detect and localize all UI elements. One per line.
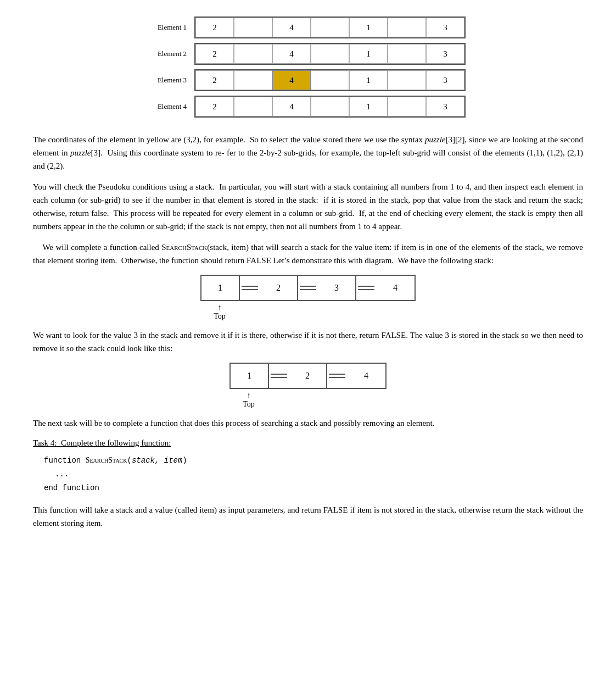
cell-4-1: 2: [195, 97, 234, 116]
grid-row-2: Element 2 2 4 1 3: [150, 43, 466, 65]
cell-3-1: 2: [195, 70, 234, 90]
code-line-2: ...: [55, 468, 583, 481]
cell-1-6: [388, 18, 426, 37]
cell-4-3: 4: [272, 97, 311, 116]
stack-1-arrow: ↑: [218, 303, 222, 312]
cell-1-3: 4: [272, 18, 311, 37]
cell-3-2: [234, 70, 272, 90]
paragraph-5: This function will take a stack and a va…: [33, 503, 583, 530]
stack-diagram-2-section: 1 2 4 ↑ Top: [33, 363, 583, 409]
stack-1-cell-3: 3: [318, 276, 356, 300]
cell-1-7: 3: [426, 18, 464, 37]
grid-row-1: Element 1 2 4 1 3: [150, 16, 466, 38]
cell-2-7: 3: [426, 44, 464, 64]
code-line-3: end function: [44, 481, 583, 495]
grid-row-4: Element 4 2 4 1 3: [150, 96, 466, 118]
grid-3: 2 4 1 3: [194, 69, 466, 91]
stack-diagram-1-section: 1 2 3: [33, 275, 583, 321]
cell-1-4: [311, 18, 349, 37]
stack-1: 1 2 3: [200, 275, 416, 301]
grid-row-3: Element 3 2 4 1 3: [150, 69, 466, 91]
stack-2-cell-1: 1: [231, 364, 269, 388]
element4-label: Element 4: [150, 102, 194, 111]
cell-4-6: [388, 97, 426, 116]
grid-1: 2 4 1 3: [194, 16, 466, 38]
cell-3-6: [388, 70, 426, 90]
stack-1-cell-2: 2: [260, 276, 298, 300]
paragraph-2: You will check the Pseudoku conditions u…: [33, 180, 583, 233]
paragraph-4: The next task will be to complete a func…: [33, 416, 583, 430]
element1-label: Element 1: [150, 23, 194, 32]
cell-2-5: 1: [349, 44, 388, 64]
paragraph-1: The coordinates of the element in yellow…: [33, 133, 583, 173]
cell-2-6: [388, 44, 426, 64]
code-block: function SearchStack(stack, item) ... en…: [44, 453, 583, 496]
cell-2-3: 4: [272, 44, 311, 64]
stack-2-connector-1: [269, 364, 289, 388]
stack-2: 1 2 4: [229, 363, 387, 389]
stack-1-connector-3: [356, 276, 376, 300]
stack-1-connector-1: [240, 276, 260, 300]
cell-1-2: [234, 18, 272, 37]
cell-2-4: [311, 44, 349, 64]
cell-3-4: [311, 70, 349, 90]
cell-4-4: [311, 97, 349, 116]
grid-4: 2 4 1 3: [194, 96, 466, 118]
stack-1-top-label: Top: [214, 312, 226, 321]
cell-4-2: [234, 97, 272, 116]
element3-label: Element 3: [150, 76, 194, 85]
stack-2-cell-3: 4: [347, 364, 385, 388]
cell-3-5: 1: [349, 70, 388, 90]
stack-1-connector-2: [298, 276, 318, 300]
code-line-1: function SearchStack(stack, item): [44, 453, 583, 468]
grid-2: 2 4 1 3: [194, 43, 466, 65]
page: Element 1 2 4 1 3 Element 2 2 4 1 3: [0, 0, 616, 700]
stack-2-wrapper: 1 2 4 ↑ Top: [229, 363, 387, 409]
grid-section: Element 1 2 4 1 3 Element 2 2 4 1 3: [33, 16, 583, 122]
cell-2-1: 2: [195, 44, 234, 64]
task-4-title: Task 4: Complete the following function:: [33, 438, 583, 448]
cell-3-7: 3: [426, 70, 464, 90]
paragraph-3a: We want to look for the value 3 in the s…: [33, 329, 583, 355]
paragraph-2b: We will complete a function called Searc…: [33, 241, 583, 267]
task-4-section: Task 4: Complete the following function:…: [33, 438, 583, 496]
stack-1-cell-4: 4: [376, 276, 415, 300]
stack-2-arrow: ↑: [247, 391, 251, 400]
stack-1-cell-1: 1: [201, 276, 240, 300]
element2-label: Element 2: [150, 49, 194, 58]
cell-4-5: 1: [349, 97, 388, 116]
stack-1-wrapper: 1 2 3: [200, 275, 416, 321]
stack-2-top-label: Top: [243, 400, 255, 409]
cell-4-7: 3: [426, 97, 464, 116]
cell-3-3-highlight: 4: [272, 70, 311, 90]
cell-2-2: [234, 44, 272, 64]
stack-2-connector-2: [327, 364, 347, 388]
cell-1-5: 1: [349, 18, 388, 37]
stack-2-cell-2: 2: [289, 364, 327, 388]
cell-1-1: 2: [195, 18, 234, 37]
